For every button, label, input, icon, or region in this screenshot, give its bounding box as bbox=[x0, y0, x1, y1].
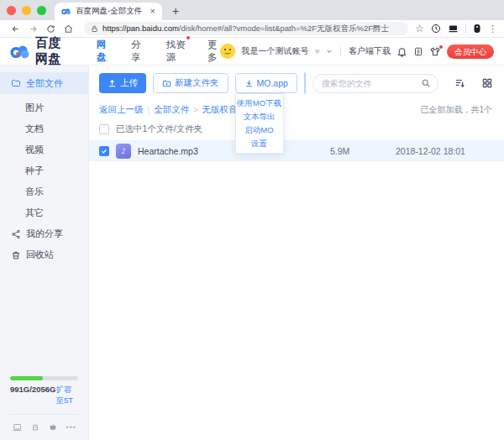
storage-progress-bar bbox=[10, 376, 78, 380]
brand-name: 百度网盘 bbox=[35, 35, 73, 67]
breadcrumb: 返回上一级 | 全部文件 > 无版权音乐 > 爵士 已全部加载，共1个 bbox=[89, 99, 504, 118]
tab-title: 百度网盘-全部文件 bbox=[76, 6, 146, 17]
monitor-extension-icon[interactable] bbox=[448, 24, 459, 34]
sidebar-item-label: 回收站 bbox=[26, 249, 54, 261]
file-toolbar: 上传 新建文件夹 MO.app 使用MO下载 文本导出 启动MO bbox=[89, 65, 504, 99]
browser-actions: ☆ ⋮ bbox=[415, 23, 497, 34]
theme-notification-dot bbox=[439, 45, 443, 49]
chevron-down-icon[interactable] bbox=[326, 48, 333, 55]
header-user-area: 我是一个测试账号 ♥ 客户端下载 会员中心 bbox=[220, 44, 494, 59]
browser-tab[interactable]: 百度网盘-全部文件 × bbox=[55, 3, 162, 20]
menu-item-launch-mo[interactable]: 启动MO bbox=[236, 123, 283, 137]
menu-item-settings[interactable]: 设置 bbox=[236, 137, 283, 150]
mo-app-label: MO.app bbox=[257, 78, 288, 88]
row-checkbox[interactable] bbox=[99, 146, 109, 156]
lock-icon bbox=[91, 25, 98, 33]
nav-tab-find-resources-label: 找资源 bbox=[166, 39, 186, 62]
upload-button[interactable]: 上传 bbox=[99, 73, 146, 93]
home-icon[interactable] bbox=[64, 24, 73, 34]
header-divider bbox=[340, 47, 341, 56]
address-bar[interactable]: https://pan.baidu.com/disk/home#/all?vmo… bbox=[84, 22, 408, 35]
select-all-checkbox[interactable] bbox=[99, 124, 109, 134]
task-list-icon[interactable] bbox=[413, 46, 423, 57]
reload-icon[interactable] bbox=[46, 24, 55, 34]
new-tab-button[interactable]: + bbox=[172, 4, 179, 18]
baidu-netdisk-logo-icon bbox=[10, 45, 30, 59]
back-icon[interactable] bbox=[11, 24, 20, 34]
sidebar-item-recycle-bin[interactable]: 回收站 bbox=[0, 244, 88, 265]
menu-item-text-export[interactable]: 文本导出 bbox=[236, 110, 283, 123]
sidebar-item-my-shares[interactable]: 我的分享 bbox=[0, 223, 88, 244]
menu-item-download-with-mo[interactable]: 使用MO下载 bbox=[236, 97, 283, 110]
url-domain: https://pan.baidu.com bbox=[102, 24, 179, 33]
window-controls bbox=[7, 0, 46, 20]
browser-tab-strip: 百度网盘-全部文件 × + bbox=[0, 0, 504, 20]
mo-app-button[interactable]: MO.app bbox=[235, 73, 297, 93]
sort-icon[interactable] bbox=[454, 77, 466, 89]
load-status: 已全部加载，共1个 bbox=[420, 104, 492, 116]
window-minimize-button[interactable] bbox=[22, 6, 31, 15]
history-clock-icon[interactable] bbox=[431, 24, 441, 34]
main-panel: 上传 新建文件夹 MO.app 使用MO下载 文本导出 启动MO bbox=[89, 65, 504, 440]
vip-badge-icon: ♥ bbox=[314, 47, 320, 56]
share-nodes-icon bbox=[11, 229, 21, 239]
theme-shirt-icon[interactable] bbox=[429, 46, 441, 57]
platform-dock: ••• bbox=[10, 414, 78, 440]
bookmark-star-icon[interactable]: ☆ bbox=[415, 23, 424, 34]
share-button[interactable]: 分享 bbox=[305, 73, 306, 93]
android-icon[interactable] bbox=[30, 422, 40, 432]
mo-app-dropdown: 使用MO下载 文本导出 启动MO 设置 bbox=[235, 93, 284, 154]
url-text: https://pan.baidu.com/disk/home#/all?vmo… bbox=[102, 24, 389, 34]
user-name[interactable]: 我是一个测试账号 bbox=[241, 45, 308, 57]
dock-more-icon[interactable]: ••• bbox=[66, 423, 76, 432]
file-name[interactable]: Heartache.mp3 bbox=[138, 146, 330, 156]
selection-count-label: 已选中1个文件/文件夹 bbox=[116, 123, 202, 135]
bell-icon[interactable] bbox=[396, 46, 407, 57]
sidebar-item-all-files[interactable]: 全部文件 bbox=[0, 72, 88, 94]
search-icon[interactable] bbox=[421, 78, 431, 88]
sidebar-item-torrents[interactable]: 种子 bbox=[0, 160, 88, 181]
storage-upgrade-link[interactable]: 扩容至5T bbox=[55, 385, 78, 406]
desktop-client-icon[interactable] bbox=[12, 422, 23, 432]
nav-tab-share[interactable]: 分享 bbox=[131, 39, 144, 64]
new-folder-button[interactable]: 新建文件夹 bbox=[153, 73, 228, 93]
upload-label: 上传 bbox=[120, 77, 138, 89]
file-row[interactable]: ♪ Heartache.mp3 5.9M 2018-12-02 18:01 bbox=[89, 141, 504, 161]
vip-center-button[interactable]: 会员中心 bbox=[447, 45, 494, 59]
client-download-link[interactable]: 客户端下载 bbox=[349, 45, 391, 57]
extension-icon[interactable] bbox=[473, 24, 481, 34]
sidebar-item-label: 全部文件 bbox=[26, 77, 63, 90]
browser-url-bar: https://pan.baidu.com/disk/home#/all?vmo… bbox=[0, 20, 504, 38]
mo-app-menu: MO.app 使用MO下载 文本导出 启动MO 设置 bbox=[235, 73, 297, 93]
brand[interactable]: 百度网盘 bbox=[10, 35, 73, 67]
file-size: 5.9M bbox=[330, 146, 396, 156]
sidebar-item-others[interactable]: 其它 bbox=[0, 202, 88, 223]
nav-tab-find-resources[interactable]: 找资源 bbox=[166, 39, 186, 64]
url-path: /disk/home#/all?vmode=list&path=%2F无版权音乐… bbox=[179, 24, 389, 33]
grid-view-icon[interactable] bbox=[481, 77, 493, 89]
selection-header: 已选中1个文件/文件夹 bbox=[89, 118, 504, 141]
browser-menu-icon[interactable]: ⋮ bbox=[488, 24, 497, 34]
nav-tab-more[interactable]: 更多 bbox=[207, 39, 220, 64]
sidebar-item-pictures[interactable]: 图片 bbox=[0, 97, 88, 118]
sidebar-item-videos[interactable]: 视频 bbox=[0, 139, 88, 160]
breadcrumb-all-files[interactable]: 全部文件 bbox=[154, 104, 189, 116]
folder-icon bbox=[11, 78, 21, 88]
sidebar: 全部文件 图片 文档 视频 种子 音乐 其它 我的分享 回收站 991G/205… bbox=[0, 65, 89, 440]
breadcrumb-back-link[interactable]: 返回上一级 bbox=[99, 104, 144, 116]
new-folder-icon bbox=[162, 79, 171, 88]
main-nav: 网盘 分享 找资源 更多 bbox=[97, 39, 221, 64]
search-box[interactable] bbox=[312, 74, 438, 93]
apple-icon[interactable] bbox=[48, 422, 58, 432]
window-close-button[interactable] bbox=[7, 6, 16, 15]
sidebar-item-music[interactable]: 音乐 bbox=[0, 181, 88, 202]
sidebar-item-documents[interactable]: 文档 bbox=[0, 118, 88, 139]
site-header: 百度网盘 网盘 分享 找资源 更多 我是一个测试账号 ♥ 客户端下载 会员中心 bbox=[0, 38, 504, 65]
search-input[interactable] bbox=[322, 79, 421, 88]
nav-tab-netdisk[interactable]: 网盘 bbox=[97, 39, 109, 64]
download-icon bbox=[244, 79, 254, 88]
tab-close-icon[interactable]: × bbox=[150, 7, 155, 16]
user-avatar[interactable] bbox=[220, 44, 235, 59]
forward-icon[interactable] bbox=[29, 24, 38, 34]
window-zoom-button[interactable] bbox=[37, 6, 46, 15]
